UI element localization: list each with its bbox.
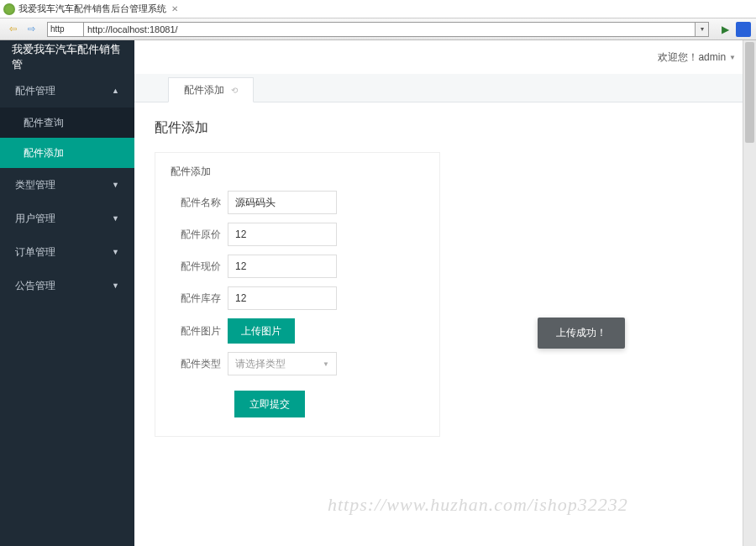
sidebar-group-label: 订单管理 <box>15 245 55 260</box>
toast-message: 上传成功！ <box>538 318 625 349</box>
content-area: 配件添加 配件添加 配件名称 配件原价 配件现价 配件库存 <box>134 102 756 546</box>
browser-titlebar: 我爱我车汽车配件销售后台管理系统 ✕ <box>0 0 756 18</box>
form-row-name: 配件名称 <box>171 191 424 214</box>
submit-button[interactable]: 立即提交 <box>234 391 305 417</box>
form-card: 配件添加 配件名称 配件原价 配件现价 配件库存 <box>155 152 440 437</box>
sidebar-item-label: 配件添加 <box>24 146 64 160</box>
chevron-down-icon <box>112 248 119 256</box>
sidebar-group-user[interactable]: 用户管理 <box>0 202 134 235</box>
input-orig-price[interactable] <box>228 223 337 246</box>
tab-parts-add[interactable]: 配件添加 ⟲ <box>168 77 254 102</box>
submit-row: 立即提交 <box>171 391 424 417</box>
sidebar-item-label: 配件查询 <box>24 116 64 130</box>
sidebar: 我爱我车汽车配件销售管 配件管理 配件查询 配件添加 类型管理 用户管理 订单管… <box>0 40 134 546</box>
form-row-orig-price: 配件原价 <box>171 223 424 246</box>
label-stock: 配件库存 <box>171 291 228 306</box>
select-type[interactable]: 请选择类型 ▼ <box>228 352 337 375</box>
tab-label: 配件添加 <box>184 83 224 97</box>
browser-tab-title: 我爱我车汽车配件销售后台管理系统 <box>18 3 166 15</box>
upload-image-button[interactable]: 上传图片 <box>228 318 295 344</box>
label-orig-price: 配件原价 <box>171 228 228 242</box>
sidebar-group-label: 配件管理 <box>15 84 55 98</box>
welcome-text: 欢迎您！ <box>658 50 698 65</box>
user-dropdown-icon[interactable]: ▼ <box>729 54 736 61</box>
sidebar-group-type[interactable]: 类型管理 <box>0 168 134 202</box>
sidebar-item-parts-add[interactable]: 配件添加 <box>0 138 134 168</box>
chevron-down-icon: ▼ <box>323 360 329 368</box>
chevron-down-icon <box>112 214 119 223</box>
favicon-icon <box>3 3 15 15</box>
chevron-down-icon <box>112 181 119 189</box>
go-button[interactable]: ▶ <box>717 22 732 37</box>
tabs-row: 配件添加 ⟲ <box>134 74 756 102</box>
input-name[interactable] <box>228 191 337 214</box>
chevron-up-icon <box>112 87 119 95</box>
vertical-scrollbar[interactable] <box>743 40 756 546</box>
browser-toolbar: ⇦ ⇨ http ▾ ▶ <box>0 18 756 40</box>
nav-forward-button[interactable]: ⇨ <box>24 22 39 37</box>
url-scheme-select[interactable]: http <box>47 22 84 37</box>
label-image: 配件图片 <box>171 324 228 339</box>
form-row-stock: 配件库存 <box>171 286 424 310</box>
brand-title: 我爱我车汽车配件销售管 <box>0 40 134 74</box>
form-row-image: 配件图片 上传图片 <box>171 318 424 344</box>
main-area: 欢迎您！ admin ▼ 配件添加 ⟲ 配件添加 配件添加 配件名称 <box>134 40 756 546</box>
sidebar-group-label: 用户管理 <box>15 212 55 226</box>
scrollbar-thumb[interactable] <box>745 42 754 143</box>
form-row-now-price: 配件现价 <box>171 255 424 278</box>
browser-tool-button[interactable] <box>736 22 751 37</box>
form-row-type: 配件类型 请选择类型 ▼ <box>171 352 424 375</box>
url-dropdown-icon[interactable]: ▾ <box>696 22 709 37</box>
tab-close-icon[interactable]: ✕ <box>171 4 178 13</box>
chevron-down-icon <box>112 281 119 290</box>
select-placeholder: 请选择类型 <box>235 357 286 371</box>
app-container: 我爱我车汽车配件销售管 配件管理 配件查询 配件添加 类型管理 用户管理 订单管… <box>0 40 756 546</box>
refresh-icon[interactable]: ⟲ <box>231 86 238 95</box>
label-type: 配件类型 <box>171 357 228 371</box>
topbar: 欢迎您！ admin ▼ <box>134 40 756 74</box>
input-now-price[interactable] <box>228 255 337 278</box>
username-label[interactable]: admin <box>698 51 726 63</box>
card-title: 配件添加 <box>171 165 424 179</box>
sidebar-group-label: 公告管理 <box>15 279 55 293</box>
sidebar-group-label: 类型管理 <box>15 178 55 192</box>
label-name: 配件名称 <box>171 196 228 210</box>
input-stock[interactable] <box>228 286 337 310</box>
label-now-price: 配件现价 <box>171 260 228 274</box>
url-bar-wrap: http ▾ <box>47 22 709 37</box>
url-input[interactable] <box>84 22 696 37</box>
sidebar-group-notice[interactable]: 公告管理 <box>0 269 134 302</box>
sidebar-group-parts[interactable]: 配件管理 <box>0 74 134 108</box>
sidebar-group-order[interactable]: 订单管理 <box>0 235 134 269</box>
nav-back-button[interactable]: ⇦ <box>5 22 20 37</box>
sidebar-item-parts-query[interactable]: 配件查询 <box>0 108 134 138</box>
page-title: 配件添加 <box>155 119 736 137</box>
